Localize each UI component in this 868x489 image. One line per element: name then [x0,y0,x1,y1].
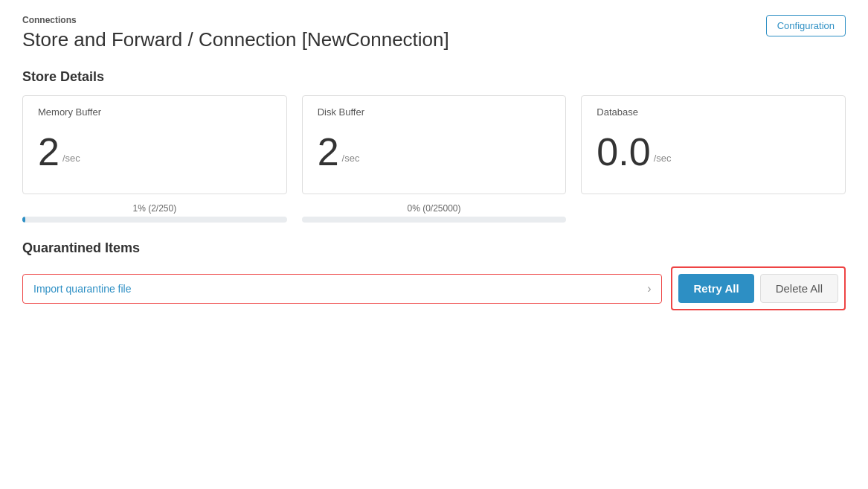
progress-item: 1% (2/250) [22,203,287,223]
retry-all-button[interactable]: Retry All [678,274,753,303]
card-value-row: 2 /sec [38,132,271,171]
page-title-highlight: NewConnection [307,28,444,51]
store-details-section: Store Details Memory Buffer 2 /sec Disk … [22,69,846,223]
progress-bar-bg [302,217,567,223]
card-value-row: 2 /sec [318,132,551,171]
card-unit: /sec [62,153,80,171]
page-container: Connections Store and Forward / Connecti… [0,0,868,334]
card-value: 2 [318,132,339,171]
configuration-button[interactable]: Configuration [766,15,846,36]
card-value: 2 [38,132,60,171]
quarantined-section: Quarantined Items Import quarantine file… [22,240,846,319]
store-card: Memory Buffer 2 /sec [22,95,287,194]
progress-row: 1% (2/250) 0% (0/25000) [22,203,846,223]
title-block: Connections Store and Forward / Connecti… [22,15,449,51]
progress-label: 0% (0/25000) [302,203,567,214]
card-title: Memory Buffer [38,106,271,118]
chevron-right-icon: › [647,282,651,295]
card-unit: /sec [654,153,672,171]
progress-spacer [581,203,846,223]
page-header: Connections Store and Forward / Connecti… [22,15,846,51]
delete-all-button[interactable]: Delete All [760,274,838,303]
card-unit: /sec [342,153,360,171]
quarantine-controls: Import quarantine file › Retry All Delet… [22,266,846,310]
store-card: Disk Buffer 2 /sec [302,95,567,194]
progress-bar-bg [22,217,287,223]
progress-bar-fill [22,217,25,223]
card-title: Database [597,106,830,118]
card-value-row: 0.0 /sec [597,132,830,171]
store-card: Database 0.0 /sec [581,95,846,194]
progress-item: 0% (0/25000) [302,203,567,223]
progress-label: 1% (2/250) [22,203,287,214]
card-value: 0.0 [597,132,650,171]
card-title: Disk Buffer [318,106,551,118]
page-title: Store and Forward / Connection [NewConne… [22,28,449,51]
page-title-prefix: Store and Forward / Connection [ [22,28,307,51]
page-title-suffix: ] [444,28,449,51]
store-details-title: Store Details [22,69,846,85]
retry-delete-all-group: Retry All Delete All [671,266,846,310]
import-quarantine-box[interactable]: Import quarantine file › [22,274,662,304]
cards-row: Memory Buffer 2 /sec Disk Buffer 2 /sec … [22,95,846,194]
import-label: Import quarantine file [33,283,132,295]
quarantined-title: Quarantined Items [22,240,846,256]
breadcrumb: Connections [22,15,449,25]
